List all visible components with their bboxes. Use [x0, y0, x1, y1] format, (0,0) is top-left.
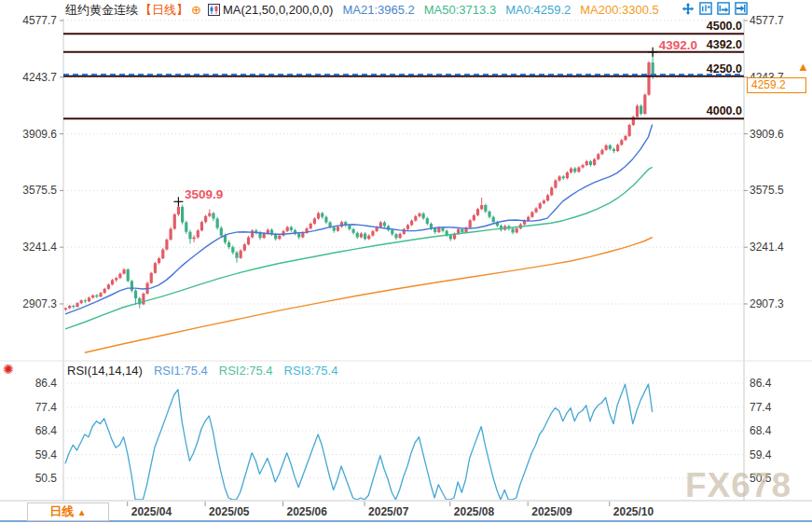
candle-body — [612, 149, 615, 151]
ma-settings-label[interactable]: MA(21,50,0,200,0,0) — [223, 3, 334, 17]
candle-body — [566, 172, 569, 178]
candle-body — [243, 244, 246, 251]
rsi-axis-label-right: 77.4 — [750, 401, 772, 414]
timeline-label: 2025/07 — [368, 505, 409, 518]
current-price-value: 4259.2 — [751, 78, 786, 91]
candle-body — [227, 242, 230, 247]
pan-icon[interactable] — [681, 2, 695, 16]
rsi-axis-label-left: 50.5 — [35, 472, 58, 485]
watermark: FX678 — [685, 466, 791, 505]
arrow-up-icon: ▲ — [77, 507, 87, 517]
symbol-title: 纽约黄金连续 — [65, 3, 138, 17]
candle-body — [118, 274, 121, 279]
candle-body — [131, 281, 133, 290]
rsi-axis-label-left: 59.4 — [35, 448, 58, 461]
ma-line-ma200 — [85, 238, 653, 353]
candle-body — [371, 231, 374, 236]
candle-body — [333, 227, 336, 231]
candle-body — [628, 125, 631, 136]
candle-body — [286, 227, 289, 231]
candle-body — [406, 225, 409, 228]
candle-body — [193, 238, 196, 240]
current-price-box: 4259.2 — [747, 77, 806, 93]
level-label: 4000.0 — [707, 104, 742, 117]
candle-body — [539, 203, 542, 208]
timeline-label: 2025/05 — [209, 505, 250, 518]
candle-body — [543, 200, 545, 203]
candle-body — [301, 233, 304, 238]
candle-body — [251, 230, 254, 237]
candle-body — [616, 145, 619, 151]
candle-body — [313, 219, 316, 224]
candlestick-mini-icon — [208, 4, 220, 21]
candle-body — [134, 291, 137, 298]
candle-body — [550, 187, 553, 195]
candle-body — [570, 169, 572, 172]
candle-body — [290, 227, 293, 230]
candle-body — [150, 273, 153, 283]
period-tag[interactable]: 【日线】 — [140, 3, 188, 17]
rsi-legend-item: RSI2:75.4 — [219, 364, 273, 378]
candle-body — [161, 250, 164, 258]
candle-body — [324, 217, 327, 223]
price-axis-label-left: 3909.6 — [22, 128, 57, 141]
candle-body — [434, 228, 436, 232]
candle-body — [367, 236, 370, 240]
candle-body — [337, 227, 339, 230]
candle-body — [484, 205, 487, 212]
indicator-settings-icon[interactable]: ✺ — [3, 363, 14, 376]
trading-chart-app: 4577.74577.74243.74243.73909.63909.63575… — [0, 0, 812, 523]
candle-body — [426, 218, 429, 224]
add-indicator-icon[interactable]: ⊕ — [191, 3, 201, 17]
ma-legend: MA21:3965.2MA50:3713.3MA0:4259.2MA200:33… — [333, 3, 658, 17]
candle-body — [200, 222, 203, 230]
candle-body — [142, 294, 145, 304]
candle-body — [418, 213, 420, 216]
level-label: 4250.0 — [707, 62, 742, 76]
candle-body — [437, 227, 440, 232]
candle-body — [216, 219, 219, 228]
price-axis-label-right: 3575.5 — [750, 184, 784, 197]
candle-body — [488, 212, 490, 217]
candle-body — [220, 228, 223, 236]
candle-body — [224, 236, 227, 242]
ma-line-ma21 — [65, 125, 653, 314]
period-selector[interactable]: 日线 ▲ — [27, 502, 109, 521]
candle-body — [351, 229, 354, 233]
candle-body — [111, 280, 114, 284]
rsi-axis-label-right: 86.4 — [750, 377, 772, 390]
level-label: 4392.0 — [707, 38, 742, 51]
rsi-legend: RSI1:75.4RSI2:75.4RSI3:75.4 — [143, 364, 337, 378]
chart-canvas[interactable]: 4577.74577.74243.74243.73909.63909.63575… — [0, 0, 812, 523]
candle-body — [107, 284, 110, 289]
rsi-header: RSI(14,14,14)RSI1:75.4RSI2:75.4RSI3:75.4 — [67, 364, 337, 378]
candle-body — [383, 223, 386, 227]
price-axis-label-left: 2907.3 — [22, 297, 57, 310]
time-range-icon[interactable] — [717, 2, 731, 16]
candle-body — [165, 240, 168, 250]
timeline-label: 2025/06 — [287, 505, 328, 518]
candle-body — [297, 234, 300, 238]
price-range-icon[interactable] — [699, 2, 713, 16]
candle-body — [274, 234, 277, 239]
candle-body — [605, 145, 608, 150]
rsi-legend-item: RSI3:75.4 — [284, 364, 338, 378]
timeline-label: 2025/10 — [613, 505, 654, 518]
candle-body — [582, 165, 585, 167]
price-up-arrow-icon[interactable]: ▲ — [797, 60, 809, 74]
candle-body — [399, 234, 402, 238]
candle-body — [72, 306, 75, 307]
candle-body — [562, 176, 565, 178]
price-axis-label-left: 4577.7 — [22, 14, 57, 27]
candle-body — [278, 236, 281, 240]
price-axis-label-left: 4243.7 — [22, 71, 57, 84]
candle-body — [99, 293, 102, 296]
go-to-latest-icon[interactable] — [735, 2, 749, 16]
candle-body — [95, 296, 98, 296]
rsi-axis-label-left: 68.4 — [35, 424, 58, 437]
candle-body — [177, 207, 180, 214]
candle-body — [379, 223, 382, 227]
rsi-label[interactable]: RSI(14,14,14) — [67, 364, 143, 378]
candle-body — [527, 217, 530, 221]
price-axis-label-left: 3241.4 — [22, 241, 57, 254]
